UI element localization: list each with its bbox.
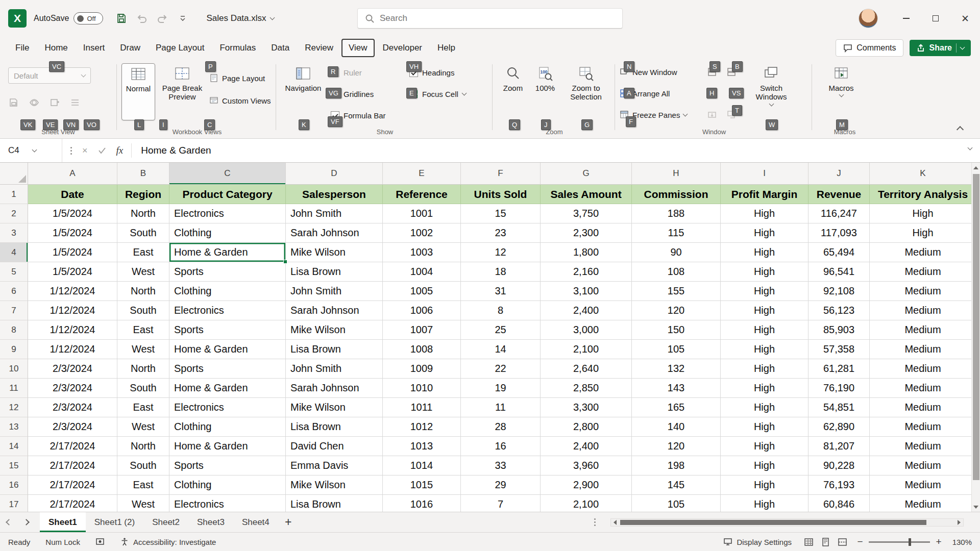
cell-F11[interactable]: 19 — [461, 379, 541, 398]
cell-A13[interactable]: 2/3/2024 — [28, 417, 117, 437]
cell-C13[interactable]: Clothing — [169, 417, 286, 437]
page-layout-button[interactable]: Page Layout — [209, 73, 265, 83]
autosave-control[interactable]: AutoSave Off — [34, 12, 103, 24]
tab-formulas[interactable]: Formulas — [212, 39, 263, 57]
scroll-left-icon[interactable] — [611, 519, 619, 526]
cell-I5[interactable]: High — [721, 262, 808, 282]
cell-B3[interactable]: South — [117, 223, 169, 243]
cell-F17[interactable]: 7 — [461, 495, 541, 512]
vertical-scroll-thumb[interactable] — [973, 174, 979, 480]
cell-K4[interactable]: Medium — [870, 243, 976, 262]
column-header-F[interactable]: F — [461, 163, 541, 184]
cell-A8[interactable]: 1/12/2024 — [28, 320, 117, 340]
cell-J17[interactable]: 60,846 — [808, 495, 870, 512]
page-break-view-shortcut-icon[interactable] — [838, 537, 847, 547]
zoom-to-selection-button[interactable]: Zoom to Selection — [561, 63, 610, 120]
undo-button[interactable] — [132, 8, 152, 29]
normal-view-shortcut-icon[interactable] — [804, 537, 814, 547]
column-header-D[interactable]: D — [286, 163, 383, 184]
select-all-corner[interactable] — [0, 163, 28, 184]
cell-F14[interactable]: 16 — [461, 437, 541, 456]
cell-E11[interactable]: 1010 — [383, 379, 461, 398]
cell-F5[interactable]: 18 — [461, 262, 541, 282]
cell-H7[interactable]: 120 — [632, 301, 721, 320]
minimize-button[interactable] — [891, 0, 921, 37]
cell-I17[interactable]: High — [721, 495, 808, 512]
cell-J13[interactable]: 62,890 — [808, 417, 870, 437]
cell-A6[interactable]: 1/12/2024 — [28, 282, 117, 301]
sheet-nav-left-button[interactable] — [0, 512, 17, 532]
cell-K6[interactable]: Medium — [870, 282, 976, 301]
cell-B6[interactable]: North — [117, 282, 169, 301]
cell-E15[interactable]: 1014 — [383, 456, 461, 475]
cell-H3[interactable]: 115 — [632, 223, 721, 243]
cell-B16[interactable]: East — [117, 475, 169, 495]
cell-H5[interactable]: 108 — [632, 262, 721, 282]
cell-E10[interactable]: 1009 — [383, 359, 461, 379]
horizontal-scroll-thumb[interactable] — [620, 520, 926, 525]
cell-J12[interactable]: 54,851 — [808, 398, 870, 417]
cell-A9[interactable]: 1/12/2024 — [28, 340, 117, 359]
header-cell-J1[interactable]: Revenue — [808, 185, 870, 204]
cell-C15[interactable]: Sports — [169, 456, 286, 475]
cell-G17[interactable]: 2,100 — [541, 495, 632, 512]
cell-D4[interactable]: Mike Wilson — [286, 243, 383, 262]
cell-A3[interactable]: 1/5/2024 — [28, 223, 117, 243]
row-header-2[interactable]: 2 — [0, 204, 28, 223]
cell-C14[interactable]: Home & Garden — [169, 437, 286, 456]
header-cell-H1[interactable]: Commission — [632, 185, 721, 204]
cell-I4[interactable]: High — [721, 243, 808, 262]
cell-B2[interactable]: North — [117, 204, 169, 223]
column-header-J[interactable]: J — [808, 163, 870, 184]
cell-I8[interactable]: High — [721, 320, 808, 340]
cell-A15[interactable]: 2/17/2024 — [28, 456, 117, 475]
tab-data[interactable]: Data — [264, 39, 297, 57]
cell-H15[interactable]: 198 — [632, 456, 721, 475]
cell-K14[interactable]: Medium — [870, 437, 976, 456]
cell-F4[interactable]: 12 — [461, 243, 541, 262]
cell-A10[interactable]: 2/3/2024 — [28, 359, 117, 379]
sheet-more-button[interactable] — [587, 512, 602, 532]
sheet-tab-sheet3[interactable]: Sheet3 — [188, 512, 233, 532]
tab-draw[interactable]: Draw — [113, 39, 148, 57]
zoom-button[interactable]: Zoom — [497, 63, 529, 120]
cell-K16[interactable]: Medium — [870, 475, 976, 495]
cell-H6[interactable]: 155 — [632, 282, 721, 301]
scroll-right-icon[interactable] — [955, 519, 963, 526]
cell-F8[interactable]: 25 — [461, 320, 541, 340]
cell-F12[interactable]: 11 — [461, 398, 541, 417]
cell-A5[interactable]: 1/5/2024 — [28, 262, 117, 282]
autosave-toggle[interactable]: Off — [74, 12, 103, 24]
sheet-view-options-icon[interactable] — [68, 96, 82, 109]
cell-E12[interactable]: 1011 — [383, 398, 461, 417]
cell-C16[interactable]: Clothing — [169, 475, 286, 495]
row-header-17[interactable]: 17 — [0, 495, 28, 512]
cell-J4[interactable]: 65,494 — [808, 243, 870, 262]
cell-D10[interactable]: John Smith — [286, 359, 383, 379]
customize-toolbar-button[interactable] — [173, 8, 193, 29]
zoom-in-button[interactable]: + — [935, 536, 942, 547]
cell-H10[interactable]: 132 — [632, 359, 721, 379]
sheet-tab-sheet1-2-[interactable]: Sheet1 (2) — [86, 512, 143, 532]
navigation-button[interactable]: Navigation — [281, 63, 326, 120]
row-header-15[interactable]: 15 — [0, 456, 28, 475]
cell-D9[interactable]: Lisa Brown — [286, 340, 383, 359]
cell-D5[interactable]: Lisa Brown — [286, 262, 383, 282]
column-header-B[interactable]: B — [117, 163, 169, 184]
enter-icon[interactable] — [98, 147, 106, 154]
scroll-up-icon[interactable] — [972, 163, 980, 172]
cell-H17[interactable]: 105 — [632, 495, 721, 512]
header-cell-G1[interactable]: Sales Amount — [541, 185, 632, 204]
tab-developer[interactable]: Developer — [376, 39, 430, 57]
cell-K17[interactable]: Medium — [870, 495, 976, 512]
cell-K5[interactable]: Medium — [870, 262, 976, 282]
cell-E8[interactable]: 1007 — [383, 320, 461, 340]
row-header-6[interactable]: 6 — [0, 282, 28, 301]
row-header-3[interactable]: 3 — [0, 223, 28, 243]
tab-review[interactable]: Review — [298, 39, 340, 57]
record-macro-button[interactable] — [95, 537, 105, 546]
cell-F16[interactable]: 29 — [461, 475, 541, 495]
header-cell-K1[interactable]: Territory Analysis — [870, 185, 976, 204]
cell-B15[interactable]: South — [117, 456, 169, 475]
cell-K10[interactable]: Medium — [870, 359, 976, 379]
